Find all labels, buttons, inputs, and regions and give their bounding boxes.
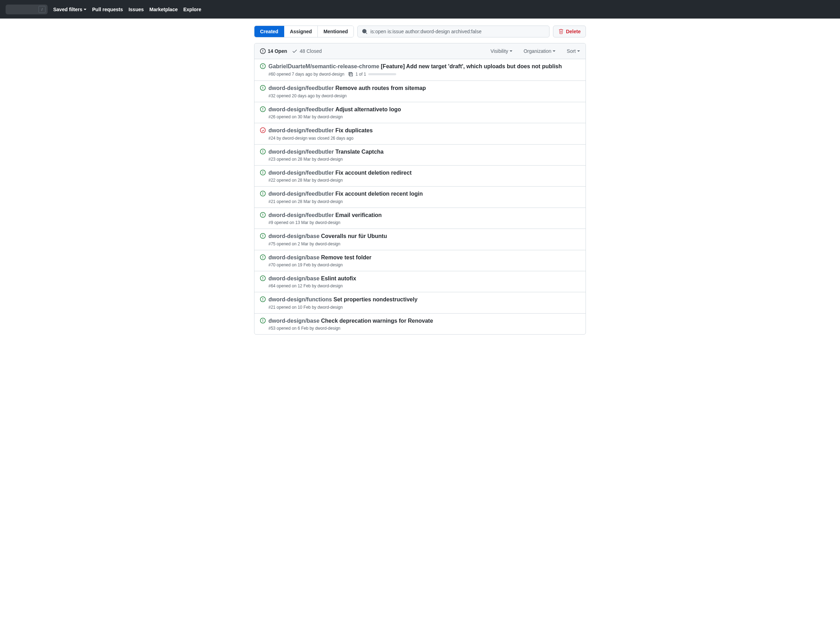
issue-row: dword-design/feedbutler Translate Captch… bbox=[254, 145, 586, 166]
issue-title-link[interactable]: Fix account deletion redirect bbox=[335, 170, 412, 176]
issue-repo-link[interactable]: GabrielDuarteM/semantic-release-chrome bbox=[268, 63, 379, 69]
issue-meta: #24 by dword-design was closed 26 days a… bbox=[268, 136, 580, 141]
issue-repo-link[interactable]: dword-design/feedbutler bbox=[268, 212, 334, 218]
issue-open-icon bbox=[260, 191, 266, 204]
issue-meta: #32 opened 20 days ago by dword-design bbox=[268, 93, 580, 98]
issue-body: dword-design/base Eslint autofix#64 open… bbox=[268, 275, 580, 288]
delete-button[interactable]: Delete bbox=[553, 25, 586, 38]
issue-open-icon bbox=[260, 170, 266, 183]
issue-repo-link[interactable]: dword-design/base bbox=[268, 233, 319, 239]
issue-title-line: dword-design/base Check deprecation warn… bbox=[268, 318, 433, 324]
nav-pull-requests[interactable]: Pull requests bbox=[92, 7, 123, 12]
issue-meta: #64 opened on 12 Feb by dword-design bbox=[268, 284, 580, 288]
issue-meta-text: #23 opened on 28 Mar by dword-design bbox=[268, 157, 343, 162]
issue-meta-text: #53 opened on 6 Feb by dword-design bbox=[268, 326, 340, 331]
tab-assigned[interactable]: Assigned bbox=[284, 26, 318, 37]
issue-title-link[interactable]: Translate Captcha bbox=[335, 149, 384, 155]
issue-open-icon bbox=[260, 48, 266, 54]
task-progress: 1 of 1 bbox=[348, 71, 396, 77]
filters-row: Visibility Organization Sort bbox=[491, 48, 580, 54]
issue-body: dword-design/feedbutler Translate Captch… bbox=[268, 148, 580, 162]
delete-label: Delete bbox=[566, 29, 581, 34]
chevron-down-icon bbox=[577, 51, 580, 52]
nav-saved-filters[interactable]: Saved filters bbox=[53, 7, 87, 12]
open-count-label: 14 Open bbox=[268, 48, 287, 54]
issue-title-link[interactable]: Check deprecation warnings for Renovate bbox=[321, 318, 433, 324]
issue-title-link[interactable]: Fix account deletion recent login bbox=[335, 191, 423, 197]
open-count[interactable]: 14 Open bbox=[260, 48, 287, 54]
issue-title-line: dword-design/base Eslint autofix bbox=[268, 275, 356, 281]
issue-row: dword-design/base Eslint autofix#64 open… bbox=[254, 271, 586, 292]
issue-repo-link[interactable]: dword-design/feedbutler bbox=[268, 127, 334, 133]
nav-issues[interactable]: Issues bbox=[128, 7, 144, 12]
progress-bar bbox=[368, 73, 396, 75]
issue-meta-text: #26 opened on 30 Mar by dword-design bbox=[268, 114, 343, 119]
issue-body: dword-design/feedbutler Fix account dele… bbox=[268, 169, 580, 183]
issue-row: dword-design/feedbutler Fix account dele… bbox=[254, 166, 586, 186]
nav-saved-filters-label: Saved filters bbox=[53, 7, 82, 12]
filter-sort[interactable]: Sort bbox=[567, 48, 580, 54]
issue-row: dword-design/feedbutler Fix duplicates#2… bbox=[254, 123, 586, 144]
issue-title-line: dword-design/functions Set properties no… bbox=[268, 297, 418, 302]
nav-explore[interactable]: Explore bbox=[183, 7, 201, 12]
issue-body: dword-design/feedbutler Email verificati… bbox=[268, 212, 580, 225]
issue-title-link[interactable]: Set properties nondestructively bbox=[333, 297, 418, 302]
issue-body: dword-design/functions Set properties no… bbox=[268, 296, 580, 309]
issue-title-line: dword-design/feedbutler Remove auth rout… bbox=[268, 85, 426, 91]
issue-body: GabrielDuarteM/semantic-release-chrome [… bbox=[268, 63, 580, 77]
issue-repo-link[interactable]: dword-design/base bbox=[268, 275, 319, 281]
issue-open-icon bbox=[260, 212, 266, 225]
closed-count[interactable]: 48 Closed bbox=[292, 48, 322, 54]
toolbar: Created Assigned Mentioned Delete bbox=[254, 25, 586, 38]
issue-closed-icon bbox=[260, 127, 266, 141]
issue-body: dword-design/base Remove test folder#70 … bbox=[268, 254, 580, 267]
issue-open-icon bbox=[260, 297, 266, 309]
issue-open-icon bbox=[260, 254, 266, 267]
search-icon bbox=[362, 29, 368, 34]
issue-title-link[interactable]: [Feature] Add new target 'draft', which … bbox=[381, 63, 562, 69]
issue-title-link[interactable]: Remove test folder bbox=[321, 254, 371, 261]
checklist-icon bbox=[348, 71, 354, 77]
nav-marketplace[interactable]: Marketplace bbox=[150, 7, 178, 12]
global-search[interactable]: / bbox=[6, 5, 47, 14]
check-icon bbox=[292, 48, 297, 54]
issue-repo-link[interactable]: dword-design/base bbox=[268, 254, 319, 261]
issues-search[interactable] bbox=[357, 25, 549, 38]
issue-meta: #21 opened on 28 Mar by dword-design bbox=[268, 199, 580, 204]
issue-repo-link[interactable]: dword-design/feedbutler bbox=[268, 106, 334, 112]
issues-search-input[interactable] bbox=[370, 29, 545, 34]
issue-repo-link[interactable]: dword-design/feedbutler bbox=[268, 85, 334, 91]
issue-meta-text: #9 opened on 13 Mar by dword-design bbox=[268, 220, 340, 225]
issue-repo-link[interactable]: dword-design/feedbutler bbox=[268, 170, 334, 176]
main-container: Created Assigned Mentioned Delete bbox=[248, 19, 592, 342]
issue-repo-link[interactable]: dword-design/base bbox=[268, 318, 319, 324]
issue-open-icon bbox=[260, 85, 266, 98]
issue-open-icon bbox=[260, 275, 266, 288]
issue-repo-link[interactable]: dword-design/functions bbox=[268, 297, 332, 302]
issue-meta: #22 opened on 28 Mar by dword-design bbox=[268, 178, 580, 183]
issue-title-link[interactable]: Adjust alternativeto logo bbox=[335, 106, 401, 112]
issue-title-line: dword-design/feedbutler Adjust alternati… bbox=[268, 106, 401, 112]
issue-body: dword-design/feedbutler Fix account dele… bbox=[268, 190, 580, 204]
issue-title-line: dword-design/feedbutler Translate Captch… bbox=[268, 149, 384, 155]
filter-visibility[interactable]: Visibility bbox=[491, 48, 512, 54]
issue-title-link[interactable]: Eslint autofix bbox=[321, 275, 356, 281]
issue-meta-text: #32 opened 20 days ago by dword-design bbox=[268, 93, 347, 98]
issue-open-icon bbox=[260, 318, 266, 331]
issue-repo-link[interactable]: dword-design/feedbutler bbox=[268, 191, 334, 197]
issue-title-link[interactable]: Fix duplicates bbox=[335, 127, 373, 133]
issue-row: dword-design/feedbutler Email verificati… bbox=[254, 208, 586, 229]
issue-meta: #60 opened 7 days ago by dword-design1 o… bbox=[268, 71, 580, 77]
issue-body: dword-design/feedbutler Adjust alternati… bbox=[268, 106, 580, 119]
issue-title-link[interactable]: Coveralls nur für Ubuntu bbox=[321, 233, 387, 239]
tab-mentioned[interactable]: Mentioned bbox=[318, 26, 354, 37]
issue-open-icon bbox=[260, 233, 266, 246]
tab-created[interactable]: Created bbox=[254, 26, 284, 37]
issue-title-link[interactable]: Email verification bbox=[335, 212, 382, 218]
issue-meta: #21 opened on 10 Feb by dword-design bbox=[268, 305, 580, 310]
issue-title-line: dword-design/base Remove test folder bbox=[268, 254, 371, 261]
issue-repo-link[interactable]: dword-design/feedbutler bbox=[268, 149, 334, 155]
chevron-down-icon bbox=[510, 51, 512, 52]
issue-title-link[interactable]: Remove auth routes from sitemap bbox=[335, 85, 426, 91]
filter-organization[interactable]: Organization bbox=[524, 48, 556, 54]
